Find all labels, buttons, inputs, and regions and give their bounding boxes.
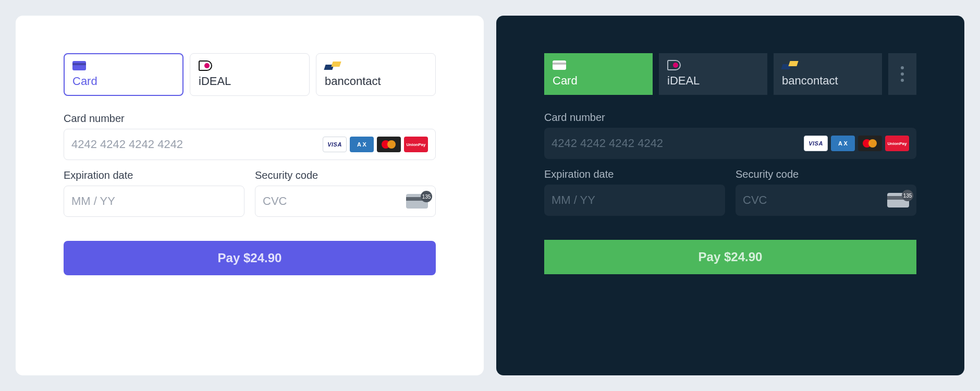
tab-label: Card [553,74,644,88]
tab-card[interactable]: Card [64,53,183,96]
tab-ideal[interactable]: iDEAL [190,53,310,96]
card-number-label: Card number [64,113,436,125]
dots-vertical-icon [901,66,904,82]
card-number-field-wrap: VISA A X UnionPay [64,129,436,160]
pay-button[interactable]: Pay $24.90 [544,240,916,274]
card-number-label: Card number [544,112,916,124]
mastercard-icon [377,137,401,152]
card-brand-icons: VISA A X UnionPay [804,136,909,151]
card-number-input[interactable] [552,137,804,150]
expiration-input[interactable] [71,194,237,208]
cvc-field-wrap: 135 [255,186,436,217]
tab-label: Card [72,75,175,88]
payment-method-tabs: Card iDEAL bancontact [64,53,436,96]
tab-label: iDEAL [199,75,301,88]
expiration-field-wrap [544,185,725,216]
expiration-label: Expiration date [64,169,244,181]
amex-icon: A X [350,137,374,152]
payment-method-tabs: Card iDEAL bancontact [544,53,916,95]
payment-panel-dark: Card iDEAL bancontact Card number VISA A… [496,16,964,375]
visa-icon: VISA [804,136,828,151]
amex-icon: A X [831,136,855,151]
unionpay-icon: UnionPay [885,136,909,151]
tab-bancontact[interactable]: bancontact [316,53,436,96]
expiration-input[interactable] [552,193,718,207]
bancontact-icon [782,61,798,69]
payment-panel-light: Card iDEAL bancontact Card number VISA A… [16,16,484,375]
card-number-field-wrap: VISA A X UnionPay [544,128,916,159]
tab-label: bancontact [782,74,874,88]
ideal-icon [667,60,681,70]
cvc-hint-icon: 135 [887,193,909,207]
tab-label: iDEAL [667,74,759,88]
unionpay-icon: UnionPay [404,137,428,152]
pay-button[interactable]: Pay $24.90 [64,241,436,275]
tab-bancontact[interactable]: bancontact [774,53,882,95]
bancontact-icon [325,62,340,70]
card-icon [72,61,86,70]
cvc-label: Security code [736,168,916,180]
ideal-icon [199,60,212,71]
visa-icon: VISA [323,137,347,152]
expiration-field-wrap [64,186,244,217]
card-number-input[interactable] [71,138,323,151]
card-brand-icons: VISA A X UnionPay [323,137,428,152]
cvc-input[interactable] [743,193,887,207]
tab-label: bancontact [325,75,427,88]
cvc-hint-icon: 135 [406,194,428,209]
more-methods-button[interactable] [888,53,916,95]
cvc-input[interactable] [263,194,406,208]
mastercard-icon [858,136,882,151]
tab-ideal[interactable]: iDEAL [659,53,767,95]
cvc-field-wrap: 135 [736,185,916,216]
expiration-label: Expiration date [544,168,725,180]
cvc-label: Security code [255,169,436,181]
tab-card[interactable]: Card [544,53,653,95]
card-icon [553,60,566,70]
